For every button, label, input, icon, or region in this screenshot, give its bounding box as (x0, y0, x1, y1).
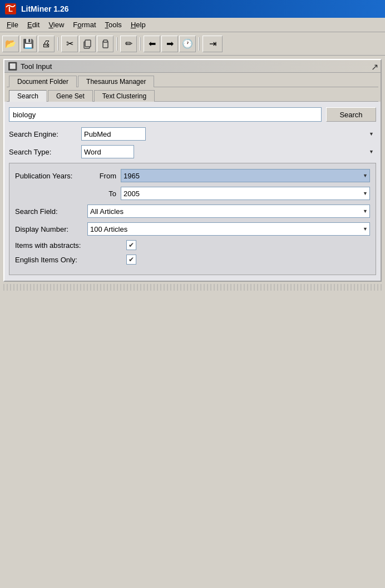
bottom-decorative-strip (3, 284, 382, 291)
display-number-label: Display Number: (15, 225, 87, 233)
toolbar-separator-2 (116, 37, 117, 51)
tool-panel-icon: 🔲 (8, 62, 17, 71)
display-number-select-wrapper: 10 Articles 25 Articles 50 Articles 100 … (87, 222, 370, 236)
abstracts-row: Items with abstracts: ✔ (15, 240, 370, 250)
abstracts-checkbox[interactable]: ✔ (126, 240, 136, 250)
abstracts-label: Items with abstracts: (15, 241, 126, 250)
from-label: From (87, 172, 121, 180)
menu-bar: File Edit View Format Tools Help (0, 18, 385, 32)
toolbar-separator-1 (57, 37, 58, 51)
forward-button[interactable]: ➡ (161, 36, 178, 52)
tab-content-search: Search Search Engine: PubMed Google Scho… (4, 102, 381, 281)
pub-years-label: Publication Years: (15, 172, 87, 180)
display-number-select[interactable]: 10 Articles 25 Articles 50 Articles 100 … (87, 222, 370, 236)
tabs-row-1: Document Folder Thesaurus Manager (7, 75, 378, 87)
app-title: LitMiner 1.26 (21, 4, 69, 13)
search-engine-label: Search Engine: (9, 130, 81, 138)
back-button[interactable]: ⬅ (144, 36, 160, 52)
search-field-label: Search Field: (15, 207, 87, 216)
tabs-row-2: Search Gene Set Text Clustering (7, 87, 378, 101)
english-row: English Items Only: ✔ (15, 255, 370, 265)
export-button[interactable]: ⇥ (203, 36, 223, 52)
search-type-select[interactable]: Word Phrase MeSH Term (81, 145, 134, 158)
print-button[interactable]: 🖨 (38, 36, 55, 52)
pub-years-from-row: Publication Years: From 1900 1950 1960 1… (15, 169, 370, 182)
toolbar: 📂 💾 🖨 ✂ ✏ ⬅ ➡ 🕐 ⇥ (0, 32, 385, 56)
search-field-select-wrapper: All Articles Title Abstract Author (87, 205, 370, 218)
from-year-select-wrapper: 1900 1950 1960 1965 1970 1980 (121, 169, 370, 182)
edit-button[interactable]: ✏ (120, 36, 137, 52)
clock-button[interactable]: 🕐 (179, 36, 196, 52)
paste-button[interactable] (97, 36, 113, 52)
tool-panel-header: 🔲 Tool Input ↗ (4, 60, 381, 73)
toolbar-separator-3 (140, 37, 141, 51)
search-field-row: Search Field: All Articles Title Abstrac… (15, 205, 370, 218)
tab-text-clustering[interactable]: Text Clustering (94, 90, 155, 102)
tab-document-folder[interactable]: Document Folder (9, 76, 77, 87)
search-type-label: Search Type: (9, 148, 81, 156)
svg-rect-3 (85, 40, 91, 47)
svg-rect-5 (103, 40, 107, 42)
search-row: Search (9, 107, 376, 122)
search-type-row: Search Type: Word Phrase MeSH Term (9, 145, 376, 158)
english-label: English Items Only: (15, 256, 126, 264)
expand-button[interactable]: ↗ (371, 62, 378, 72)
save-button[interactable]: 💾 (20, 36, 37, 52)
menu-format[interactable]: Format (68, 19, 100, 31)
to-year-select-wrapper: 2000 2001 2002 2003 2004 2005 2006 (121, 187, 370, 200)
menu-edit[interactable]: Edit (23, 19, 44, 31)
search-engine-select[interactable]: PubMed Google Scholar Medline (81, 127, 146, 141)
from-year-select[interactable]: 1900 1950 1960 1965 1970 1980 (121, 169, 370, 182)
menu-help[interactable]: Help (126, 19, 150, 31)
app-icon: L (4, 3, 17, 15)
copy-button[interactable] (79, 36, 96, 52)
menu-tools[interactable]: Tools (101, 19, 126, 31)
tool-panel-title: Tool Input (21, 62, 377, 71)
tab-gene-set[interactable]: Gene Set (48, 90, 93, 102)
english-checkbox[interactable]: ✔ (126, 255, 136, 265)
title-bar: L LitMiner 1.26 (0, 0, 385, 18)
advanced-options-box: Publication Years: From 1900 1950 1960 1… (9, 163, 376, 275)
main-area: 🔲 Tool Input ↗ Document Folder Thesaurus… (0, 56, 385, 294)
open-button[interactable]: 📂 (2, 36, 19, 52)
tool-panel: 🔲 Tool Input ↗ Document Folder Thesaurus… (3, 59, 382, 282)
to-label: To (87, 190, 121, 198)
menu-file[interactable]: File (2, 19, 23, 31)
menu-view[interactable]: View (44, 19, 68, 31)
search-input[interactable] (9, 107, 322, 122)
tab-search[interactable]: Search (9, 90, 47, 102)
search-button[interactable]: Search (326, 107, 376, 122)
display-number-row: Display Number: 10 Articles 25 Articles … (15, 222, 370, 236)
cut-button[interactable]: ✂ (61, 36, 78, 52)
tab-thesaurus-manager[interactable]: Thesaurus Manager (78, 76, 154, 87)
toolbar-separator-4 (199, 37, 200, 51)
to-year-select[interactable]: 2000 2001 2002 2003 2004 2005 2006 (121, 187, 370, 200)
search-field-select[interactable]: All Articles Title Abstract Author (87, 205, 370, 218)
search-engine-row: Search Engine: PubMed Google Scholar Med… (9, 127, 376, 141)
search-type-select-wrapper: Word Phrase MeSH Term (81, 145, 376, 158)
pub-years-to-row: To 2000 2001 2002 2003 2004 2005 2006 (15, 187, 370, 200)
search-engine-select-wrapper: PubMed Google Scholar Medline (81, 127, 376, 141)
